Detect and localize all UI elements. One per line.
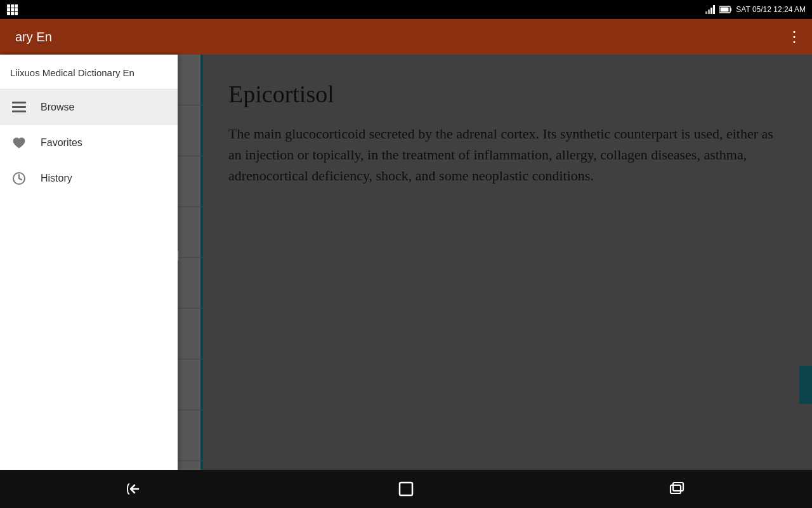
- toolbar: ary En ⋮: [0, 19, 812, 55]
- svg-rect-12: [713, 5, 715, 14]
- svg-rect-5: [15, 8, 18, 11]
- overflow-menu-icon[interactable]: ⋮: [787, 28, 802, 46]
- clock-icon: [10, 170, 28, 187]
- svg-rect-7: [11, 12, 14, 15]
- svg-rect-14: [730, 8, 731, 11]
- svg-rect-0: [7, 4, 10, 8]
- recents-button[interactable]: [652, 474, 702, 504]
- drawer-app-name: Liixuos Medical Dictionary En: [10, 67, 134, 78]
- svg-rect-11: [710, 8, 712, 14]
- svg-rect-2: [15, 4, 18, 8]
- drawer-item-favorites[interactable]: Favorites: [0, 125, 178, 161]
- home-button[interactable]: [381, 474, 431, 504]
- back-icon: [126, 481, 145, 497]
- back-button[interactable]: [110, 474, 160, 504]
- svg-rect-23: [671, 485, 681, 493]
- svg-rect-6: [7, 12, 10, 15]
- heart-icon: [10, 134, 28, 152]
- recents-icon: [668, 480, 686, 498]
- drawer-item-history[interactable]: History: [0, 161, 178, 196]
- drawer-favorites-label: Favorites: [41, 137, 82, 149]
- status-bar-right: SAT 05/12 12:24 AM: [705, 5, 806, 14]
- grid-icon: [6, 4, 18, 15]
- drawer-browse-label: Browse: [41, 102, 74, 113]
- svg-rect-16: [12, 102, 26, 104]
- signal-icon: [705, 5, 716, 14]
- drawer-header: Liixuos Medical Dictionary En: [0, 55, 178, 90]
- status-time: SAT 05/12 12:24 AM: [736, 5, 806, 14]
- svg-rect-3: [7, 8, 10, 11]
- svg-rect-1: [11, 4, 14, 8]
- status-bar-left: [6, 4, 18, 15]
- drawer-item-browse[interactable]: Browse: [0, 90, 178, 125]
- drawer-history-label: History: [41, 173, 72, 184]
- toolbar-title: ary En: [15, 30, 787, 44]
- svg-rect-15: [721, 8, 729, 12]
- home-icon: [397, 480, 415, 498]
- nav-drawer: Liixuos Medical Dictionary En Browse: [0, 55, 178, 483]
- content-area: Liixuos Medical Dictionary En Browse: [0, 55, 812, 483]
- svg-rect-22: [400, 483, 412, 495]
- svg-rect-17: [12, 106, 26, 108]
- svg-rect-8: [15, 12, 18, 15]
- app-container: ary En ⋮ Liixuos Medical Dictionary En B: [0, 19, 812, 483]
- svg-rect-24: [673, 483, 683, 491]
- svg-rect-4: [11, 8, 14, 11]
- svg-rect-18: [12, 110, 26, 112]
- bottom-nav: [0, 470, 812, 508]
- svg-line-21: [19, 178, 22, 180]
- svg-rect-10: [708, 10, 710, 14]
- svg-rect-9: [705, 11, 707, 14]
- list-icon: [10, 98, 28, 116]
- status-bar: SAT 05/12 12:24 AM: [0, 0, 812, 19]
- battery-icon: [719, 6, 732, 13]
